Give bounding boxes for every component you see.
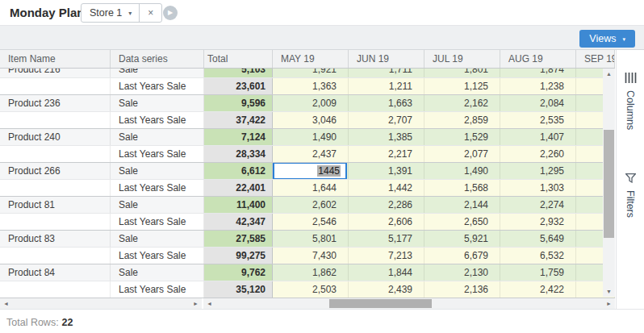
run-plan-button[interactable]: ▶	[163, 6, 178, 20]
item-cell[interactable]: Product 240	[0, 129, 111, 145]
total-cell[interactable]: 99,275	[204, 248, 273, 264]
month-cell[interactable]: 1,125	[424, 78, 500, 94]
scroll-right-arrow[interactable]: ►	[193, 298, 199, 309]
total-cell[interactable]: 28,334	[204, 146, 273, 162]
month-cell[interactable]: 2,602	[273, 197, 349, 213]
month-cell[interactable]: 1,874	[500, 69, 576, 78]
item-cell[interactable]: Product 81	[0, 197, 111, 213]
series-cell[interactable]: Sale	[111, 197, 204, 213]
month-cell[interactable]: 2,535	[500, 112, 576, 128]
series-cell[interactable]: Last Years Sale	[111, 281, 204, 298]
month-cell[interactable]: 1,568	[424, 180, 500, 196]
series-cell[interactable]: Sale	[111, 231, 204, 247]
total-cell[interactable]: 7,124	[204, 129, 273, 145]
month-cell[interactable]: 2,503	[273, 281, 349, 298]
month-cell[interactable]: 1,490	[273, 129, 349, 145]
month-cell[interactable]: 2,144	[424, 197, 500, 213]
month-cell[interactable]: 2,136	[424, 281, 500, 298]
month-cell[interactable]: 3,046	[273, 112, 349, 128]
scroll-right-arrow[interactable]: ►	[606, 298, 612, 309]
series-cell[interactable]: Sale	[111, 129, 204, 145]
month-cell[interactable]: 1,385	[349, 129, 424, 145]
month-cell[interactable]: 1,391	[349, 163, 424, 179]
month-cell[interactable]: 1,238	[500, 78, 576, 94]
month-cell[interactable]: 1,529	[424, 129, 500, 145]
item-cell[interactable]	[0, 248, 111, 264]
month-cell[interactable]: 1,490	[424, 163, 500, 179]
month-cell[interactable]: 1,442	[349, 180, 424, 196]
month-cell[interactable]: 2,162	[424, 95, 500, 111]
total-cell[interactable]: 23,601	[204, 78, 273, 94]
item-cell[interactable]: Product 83	[0, 231, 111, 247]
month-cell[interactable]: 1,303	[500, 180, 576, 196]
month-cell[interactable]: 6,679	[424, 248, 500, 264]
views-button[interactable]: Views ▾	[579, 30, 635, 48]
months-pane-horizontal-scrollbar[interactable]: ◄ ►	[203, 298, 615, 309]
month-cell[interactable]: 2,009	[273, 95, 349, 111]
month-cell[interactable]: 1,844	[349, 264, 424, 281]
month-cell[interactable]: 5,177	[349, 231, 424, 247]
series-cell[interactable]: Sale	[111, 163, 204, 179]
item-cell[interactable]	[0, 112, 111, 128]
total-cell[interactable]: 9,596	[204, 95, 273, 111]
item-cell[interactable]: Product 236	[0, 95, 111, 111]
column-header-sep-19[interactable]: SEP 19	[576, 50, 615, 68]
item-cell[interactable]: Product 84	[0, 264, 111, 281]
month-cell[interactable]: 1,663	[349, 95, 424, 111]
scroll-left-arrow[interactable]: ◄	[207, 298, 212, 309]
item-cell[interactable]: Product 216	[0, 69, 111, 78]
column-header-item-name[interactable]: Item Name	[0, 50, 111, 68]
scroll-up-arrow[interactable]: ▲	[603, 71, 615, 77]
scroll-left-arrow[interactable]: ◄	[3, 298, 9, 309]
month-cell[interactable]: 2,932	[500, 214, 576, 230]
month-cell[interactable]: 2,084	[500, 95, 576, 111]
month-cell[interactable]: 1,759	[500, 264, 576, 281]
month-cell[interactable]: 2,859	[424, 112, 500, 128]
series-cell[interactable]: Last Years Sale	[111, 112, 204, 128]
total-cell[interactable]: 42,347	[204, 214, 273, 230]
total-cell[interactable]: 35,120	[204, 281, 273, 298]
series-cell[interactable]: Last Years Sale	[111, 214, 204, 230]
column-header-may-19[interactable]: MAY 19	[273, 50, 349, 68]
column-header-total[interactable]: Total	[204, 50, 273, 68]
total-cell[interactable]: 6,612	[204, 163, 273, 179]
vertical-scrollbar[interactable]: ▲ ▼	[603, 69, 615, 297]
month-cell[interactable]: 2,606	[349, 214, 424, 230]
month-cell[interactable]: 2,274	[500, 197, 576, 213]
series-cell[interactable]: Last Years Sale	[111, 180, 204, 196]
item-cell[interactable]: Product 266	[0, 163, 111, 179]
item-cell[interactable]	[0, 281, 111, 298]
month-cell[interactable]: 1,295	[500, 163, 576, 179]
series-cell[interactable]: Last Years Sale	[111, 146, 204, 162]
scroll-down-arrow[interactable]: ▼	[603, 289, 615, 294]
month-cell[interactable]: 2,286	[349, 197, 424, 213]
month-cell[interactable]: 7,213	[349, 248, 424, 264]
store-selector[interactable]: Store 1 ▾	[82, 4, 139, 22]
month-cell[interactable]: 2,437	[273, 146, 349, 162]
month-cell[interactable]: 2,650	[424, 214, 500, 230]
month-cell[interactable]: 2,707	[349, 112, 424, 128]
month-cell[interactable]: 7,430	[273, 248, 349, 264]
column-header-data-series[interactable]: Data series	[111, 50, 204, 68]
month-cell[interactable]: 1,363	[273, 78, 349, 94]
month-cell[interactable]: 5,649	[500, 231, 576, 247]
month-cell[interactable]: 1,211	[349, 78, 424, 94]
total-cell[interactable]: 22,401	[204, 180, 273, 196]
month-cell[interactable]: 5,801	[273, 231, 349, 247]
item-cell[interactable]	[0, 214, 111, 230]
vertical-scrollbar-thumb[interactable]	[604, 130, 614, 238]
month-cell[interactable]: 2,439	[349, 281, 424, 298]
total-cell[interactable]: 11,400	[204, 197, 273, 213]
month-cell[interactable]: 2,130	[424, 264, 500, 281]
sidebar-item-filters[interactable]: Filters	[625, 173, 636, 218]
month-cell[interactable]: 6,532	[500, 248, 576, 264]
item-cell[interactable]	[0, 146, 111, 162]
month-cell[interactable]: 1,921	[273, 69, 349, 78]
month-cell[interactable]: 1,801	[424, 69, 500, 78]
series-cell[interactable]: Sale	[111, 95, 204, 111]
month-cell[interactable]: 1,644	[273, 180, 349, 196]
month-cell[interactable]: 1,407	[500, 129, 576, 145]
remove-store-button[interactable]: ×	[140, 4, 161, 22]
series-cell[interactable]: Sale	[111, 264, 204, 281]
total-cell[interactable]: 27,585	[204, 231, 273, 247]
